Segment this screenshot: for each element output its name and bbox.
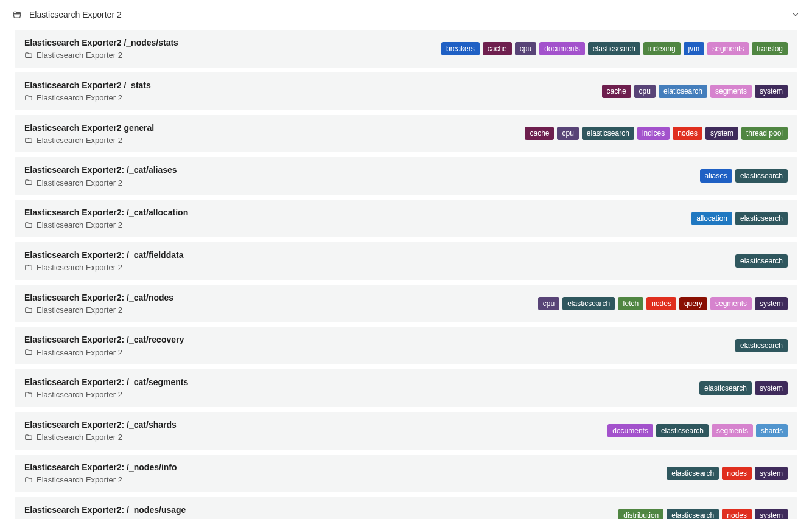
- tag[interactable]: fetch: [618, 297, 643, 310]
- tag-list: cachecpuelasticsearchindicesnodessystemt…: [525, 127, 788, 140]
- list-item[interactable]: Elasticsearch Exporter2: /_cat/allocatio…: [15, 200, 797, 237]
- item-left: Elasticsearch Exporter2: /_cat/fielddata…: [24, 249, 183, 273]
- dashboard-folder-label: Elasticsearch Exporter 2: [37, 93, 122, 103]
- folder-icon: [24, 433, 33, 442]
- tag[interactable]: thread pool: [741, 127, 788, 140]
- list-item[interactable]: Elasticsearch Exporter2: /_cat/segmentsE…: [15, 369, 797, 407]
- tag[interactable]: elasticsearch: [735, 169, 788, 183]
- dashboard-folder[interactable]: Elasticsearch Exporter 2: [24, 433, 177, 442]
- dashboard-folder[interactable]: Elasticsearch Exporter 2: [24, 220, 188, 230]
- dashboard-folder[interactable]: Elasticsearch Exporter 2: [24, 475, 177, 485]
- tag[interactable]: elasticsearch: [588, 42, 640, 55]
- tag[interactable]: cache: [483, 42, 512, 55]
- dashboard-title[interactable]: Elasticsearch Exporter2: /_cat/fielddata: [24, 249, 183, 260]
- list-item[interactable]: Elasticsearch Exporter2 generalElasticse…: [15, 115, 797, 153]
- tag[interactable]: cpu: [634, 85, 656, 98]
- dashboard-folder[interactable]: Elasticsearch Exporter 2: [24, 93, 151, 103]
- tag[interactable]: system: [705, 127, 738, 140]
- tag[interactable]: shards: [756, 424, 788, 437]
- dashboard-title[interactable]: Elasticsearch Exporter2 general: [24, 122, 154, 133]
- dashboard-folder[interactable]: Elasticsearch Exporter 2: [24, 348, 184, 358]
- tag[interactable]: indexing: [643, 42, 681, 55]
- folder-open-icon: [12, 10, 22, 19]
- tag[interactable]: elasticsearch: [667, 509, 719, 519]
- tag[interactable]: cpu: [515, 42, 536, 55]
- tag[interactable]: elasticsearch: [699, 381, 752, 395]
- list-item[interactable]: Elasticsearch Exporter2: /_nodes/usageEl…: [15, 497, 797, 519]
- tag[interactable]: system: [755, 467, 788, 480]
- tag[interactable]: jvm: [684, 42, 705, 55]
- dashboard-folder[interactable]: Elasticsearch Exporter 2: [24, 305, 173, 315]
- folder-header[interactable]: Elasticsearch Exporter 2: [0, 0, 812, 30]
- list-item[interactable]: Elasticsearch Exporter2: /_cat/aliasesEl…: [15, 157, 797, 195]
- tag[interactable]: cpu: [538, 297, 559, 310]
- dashboard-title[interactable]: Elasticsearch Exporter2 /_stats: [24, 80, 151, 91]
- item-left: Elasticsearch Exporter2: /_cat/recoveryE…: [24, 334, 184, 357]
- dashboard-title[interactable]: Elasticsearch Exporter2: /_cat/segments: [24, 377, 188, 388]
- tag[interactable]: nodes: [722, 467, 752, 480]
- tag[interactable]: documents: [539, 42, 585, 55]
- list-item[interactable]: Elasticsearch Exporter2: /_cat/nodesElas…: [15, 285, 797, 322]
- tag[interactable]: segments: [712, 424, 753, 437]
- list-item[interactable]: Elasticsearch Exporter2: /_cat/fielddata…: [15, 242, 797, 280]
- dashboard-title[interactable]: Elasticsearch Exporter2: /_cat/shards: [24, 419, 177, 430]
- dashboard-folder[interactable]: Elasticsearch Exporter 2: [24, 390, 188, 400]
- tag[interactable]: cache: [602, 85, 631, 98]
- dashboard-list: Elasticsearch Exporter2 /_nodes/statsEla…: [0, 30, 812, 519]
- tag[interactable]: system: [755, 381, 788, 395]
- dashboard-title[interactable]: Elasticsearch Exporter2: /_cat/recovery: [24, 334, 184, 345]
- tag[interactable]: cpu: [557, 127, 578, 140]
- tag-list: cpuelasticsearchfetchnodesquerysegmentss…: [538, 297, 788, 310]
- dashboard-title[interactable]: Elasticsearch Exporter2: /_nodes/usage: [24, 504, 186, 515]
- tag[interactable]: elasticsearch: [735, 254, 788, 268]
- dashboard-folder[interactable]: Elasticsearch Exporter 2: [24, 263, 183, 273]
- tag[interactable]: nodes: [722, 509, 752, 519]
- tag[interactable]: aliases: [700, 169, 732, 183]
- tag[interactable]: system: [755, 509, 788, 519]
- tag[interactable]: elasticsearch: [667, 467, 719, 480]
- tag[interactable]: segments: [707, 42, 749, 55]
- folder-title: Elasticsearch Exporter 2: [29, 10, 122, 19]
- tag[interactable]: allocation: [691, 212, 732, 225]
- tag[interactable]: elaticsearch: [659, 85, 707, 98]
- list-item[interactable]: Elasticsearch Exporter2: /_cat/recoveryE…: [15, 327, 797, 364]
- tag[interactable]: elasticsearch: [656, 424, 709, 437]
- list-item[interactable]: Elasticsearch Exporter2: /_nodes/infoEla…: [15, 455, 797, 492]
- chevron-down-icon[interactable]: [791, 10, 800, 19]
- tag[interactable]: nodes: [673, 127, 702, 140]
- dashboard-folder-label: Elasticsearch Exporter 2: [37, 51, 122, 60]
- tag[interactable]: segments: [710, 297, 752, 310]
- tag[interactable]: indices: [637, 127, 670, 140]
- list-item[interactable]: Elasticsearch Exporter2 /_statsElasticse…: [15, 72, 797, 110]
- tag[interactable]: distribution: [618, 509, 663, 519]
- dashboard-title[interactable]: Elasticsearch Exporter2 /_nodes/stats: [24, 37, 178, 48]
- dashboard-title[interactable]: Elasticsearch Exporter2: /_cat/aliases: [24, 164, 177, 175]
- tag[interactable]: nodes: [646, 297, 676, 310]
- tag[interactable]: breakers: [441, 42, 480, 55]
- tag[interactable]: elasticsearch: [735, 212, 788, 225]
- tag[interactable]: elasticsearch: [735, 339, 788, 352]
- tag[interactable]: system: [755, 297, 788, 310]
- dashboard-title[interactable]: Elasticsearch Exporter2: /_nodes/info: [24, 462, 177, 473]
- list-item[interactable]: Elasticsearch Exporter2 /_nodes/statsEla…: [15, 30, 797, 68]
- dashboard-title[interactable]: Elasticsearch Exporter2: /_cat/nodes: [24, 292, 173, 303]
- tag[interactable]: cache: [525, 127, 554, 140]
- dashboard-folder[interactable]: Elasticsearch Exporter 2: [24, 51, 178, 60]
- dashboard-folder[interactable]: Elasticsearch Exporter 2: [24, 136, 154, 145]
- dashboard-folder-label: Elasticsearch Exporter 2: [37, 305, 122, 315]
- tag-list: documentselasticsearchsegmentsshards: [607, 424, 788, 437]
- tag-list: cachecpuelaticsearchsegmentssystem: [602, 85, 788, 98]
- tag-list: elasticsearchnodessystem: [667, 467, 788, 480]
- tag[interactable]: segments: [710, 85, 752, 98]
- tag[interactable]: query: [679, 297, 707, 310]
- dashboard-title[interactable]: Elasticsearch Exporter2: /_cat/allocatio…: [24, 207, 188, 218]
- list-item[interactable]: Elasticsearch Exporter2: /_cat/shardsEla…: [15, 412, 797, 450]
- dashboard-folder[interactable]: Elasticsearch Exporter 2: [24, 178, 177, 188]
- tag[interactable]: elasticsearch: [582, 127, 634, 140]
- item-left: Elasticsearch Exporter2 generalElasticse…: [24, 122, 154, 145]
- tag[interactable]: documents: [607, 424, 653, 437]
- tag[interactable]: elasticsearch: [562, 297, 615, 310]
- tag[interactable]: system: [755, 85, 788, 98]
- tag[interactable]: translog: [752, 42, 788, 55]
- folder-icon: [24, 306, 33, 315]
